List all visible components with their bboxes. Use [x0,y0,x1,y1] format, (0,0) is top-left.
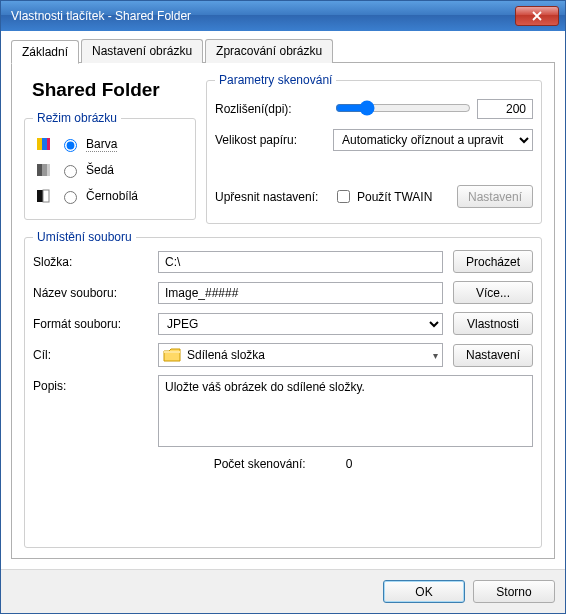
mode-bw-radio[interactable] [64,191,77,204]
mode-color-radio[interactable] [64,139,77,152]
paper-size-select[interactable]: Automaticky oříznout a upravit [333,129,533,151]
group-scan-params: Parametry skenování Rozlišení(dpi): Veli… [206,73,542,224]
resolution-input[interactable] [477,99,533,119]
dialog-footer: OK Storno [1,569,565,613]
twain-checkbox-wrap: Použít TWAIN [333,187,432,206]
color-mode-icon [35,135,53,153]
svg-rect-2 [47,138,50,150]
filename-input[interactable] [158,282,443,304]
group-file-location-legend: Umístění souboru [33,230,136,244]
bw-mode-icon [35,187,53,205]
twain-settings-button: Nastavení [457,185,533,208]
row-paper-size: Velikost papíru: Automaticky oříznout a … [215,124,533,156]
cancel-button[interactable]: Storno [473,580,555,603]
svg-rect-4 [42,164,47,176]
row-advanced: Upřesnit nastavení: Použít TWAIN Nastave… [215,180,533,213]
properties-button[interactable]: Vlastnosti [453,312,533,335]
dest-settings-button[interactable]: Nastavení [453,344,533,367]
svg-rect-8 [164,351,180,353]
group-file-location: Umístění souboru Složka: Procházet Název… [24,230,542,548]
top-row: Shared Folder Režim obrázku Barva [24,73,542,224]
left-column: Shared Folder Režim obrázku Barva [24,73,196,224]
right-column: Parametry skenování Rozlišení(dpi): Veli… [206,73,542,224]
svg-rect-5 [47,164,50,176]
svg-rect-1 [42,138,47,150]
page-title: Shared Folder [24,73,196,107]
filename-label: Název souboru: [33,286,148,300]
folder-input[interactable] [158,251,443,273]
mode-gray-label[interactable]: Šedá [86,163,114,177]
scan-count-value: 0 [346,457,353,471]
gray-mode-icon [35,161,53,179]
window-title: Vlastnosti tlačítek - Shared Folder [7,9,515,23]
format-select[interactable]: JPEG [158,313,443,335]
dest-label: Cíl: [33,348,148,362]
advanced-label: Upřesnit nastavení: [215,190,325,204]
mode-row-gray[interactable]: Šedá [33,157,187,183]
tab-basic[interactable]: Základní [11,40,79,64]
svg-rect-3 [37,164,42,176]
twain-label[interactable]: Použít TWAIN [357,190,432,204]
tabpanel-basic: Shared Folder Režim obrázku Barva [11,62,555,559]
ok-button[interactable]: OK [383,580,465,603]
format-label: Formát souboru: [33,317,148,331]
paper-size-label: Velikost papíru: [215,133,325,147]
mode-row-color[interactable]: Barva [33,131,187,157]
desc-textarea[interactable] [158,375,533,447]
titlebar: Vlastnosti tlačítek - Shared Folder [1,1,565,31]
dest-value: Sdílená složka [187,348,265,362]
svg-rect-0 [37,138,42,150]
browse-button[interactable]: Procházet [453,250,533,273]
row-resolution: Rozlišení(dpi): [215,93,533,124]
mode-color-label[interactable]: Barva [86,137,117,152]
client-area: Základní Nastavení obrázku Zpracování ob… [1,31,565,569]
svg-rect-7 [43,190,49,202]
resolution-slider-wrap [333,98,469,119]
scan-count-row: Počet skenování: 0 [33,447,533,475]
close-button[interactable] [515,6,559,26]
scan-count-label: Počet skenování: [214,457,306,471]
twain-checkbox[interactable] [337,190,350,203]
resolution-slider[interactable] [335,100,471,116]
resolution-label: Rozlišení(dpi): [215,102,325,116]
tab-image-processing[interactable]: Zpracování obrázku [205,39,333,63]
folder-label: Složka: [33,255,148,269]
svg-rect-6 [37,190,43,202]
dialog-window: Vlastnosti tlačítek - Shared Folder Zákl… [0,0,566,614]
tab-strip: Základní Nastavení obrázku Zpracování ob… [11,39,555,63]
file-location-grid: Složka: Procházet Název souboru: Více...… [33,250,533,447]
more-button[interactable]: Více... [453,281,533,304]
shared-folder-icon [163,348,181,362]
mode-row-bw[interactable]: Černobílá [33,183,187,209]
dest-select[interactable]: Sdílená složka ▾ [158,343,443,367]
mode-gray-radio[interactable] [64,165,77,178]
desc-label: Popis: [33,375,148,393]
group-scan-params-legend: Parametry skenování [215,73,336,87]
group-image-mode-legend: Režim obrázku [33,111,121,125]
mode-bw-label[interactable]: Černobílá [86,189,138,203]
close-icon [532,11,542,21]
chevron-down-icon: ▾ [433,350,438,361]
group-image-mode: Režim obrázku Barva [24,111,196,220]
tab-image-settings[interactable]: Nastavení obrázku [81,39,203,63]
